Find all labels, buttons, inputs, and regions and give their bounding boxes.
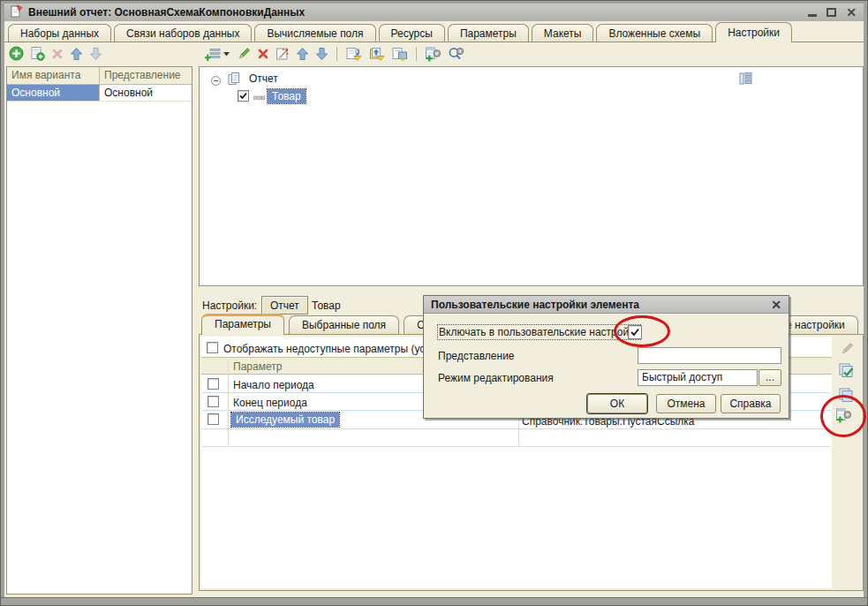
collapse-icon[interactable] (211, 76, 221, 86)
edit-mode-label: Режим редактирования (438, 372, 554, 384)
minimize-icon[interactable] (808, 14, 817, 17)
report-node-icon (227, 72, 242, 89)
tab-templates[interactable]: Макеты (532, 24, 594, 42)
column-header-parameter[interactable]: Параметр (233, 360, 282, 373)
edit-mode-input[interactable]: Быстрый доступ (638, 369, 758, 386)
settings-label: Настройки: (202, 299, 257, 312)
restore-defaults-icon[interactable] (345, 47, 362, 62)
tree-node-product[interactable]: Товар (268, 89, 306, 103)
add-item-dropdown-icon[interactable] (223, 50, 230, 57)
move-down-icon[interactable] (315, 47, 328, 61)
parameter-row-product-selected[interactable]: Исследуемый товар (231, 413, 339, 427)
tree-node-report[interactable]: Отчет (249, 72, 278, 85)
wizard-icon[interactable] (275, 47, 290, 61)
delete-icon[interactable] (257, 48, 269, 60)
settings-path-product[interactable]: Товар (312, 299, 341, 312)
variants-toolbar (9, 46, 102, 61)
window-title: Внешний отчет: ОсновнаяСхемаКомпоновкиДа… (28, 6, 305, 19)
add-item-icon[interactable] (205, 47, 221, 62)
move-up-icon[interactable] (296, 47, 309, 61)
variant-name-cell[interactable]: Основной (7, 85, 100, 101)
variants-panel: Имя варианта Представление Основной Осно… (6, 66, 192, 595)
user-settings-add-icon[interactable] (425, 46, 442, 62)
tree-item-checkbox[interactable] (238, 90, 249, 102)
row-checkbox[interactable] (208, 413, 219, 425)
tab-resources[interactable]: Ресурсы (379, 24, 445, 42)
edit-mode-more-button[interactable]: ... (759, 369, 781, 386)
column-header-variant-name[interactable]: Имя варианта (7, 67, 100, 84)
add-icon[interactable] (9, 46, 24, 61)
annotation-ellipse-checkbox (614, 315, 670, 347)
structure-panel: Отчет Товар (199, 66, 864, 286)
copy-add-icon[interactable] (30, 46, 45, 61)
title-bar[interactable]: Внешний отчет: ОсновнаяСхемаКомпоновкиДа… (4, 4, 864, 21)
dialog-close-icon[interactable]: ✕ (771, 299, 781, 311)
row-separator (202, 446, 831, 447)
dialog-title: Пользовательские настройки элемента (431, 299, 639, 311)
tab-settings[interactable]: Настройки (715, 22, 792, 42)
row-checkbox[interactable] (208, 396, 219, 407)
row-separator (202, 428, 831, 429)
parameter-node-icon (253, 93, 266, 105)
app-window: Внешний отчет: ОсновнаяСхемаКомпоновкиДа… (0, 0, 868, 606)
row-checkbox[interactable] (208, 378, 219, 390)
move-up-icon[interactable] (70, 47, 83, 61)
tab-settings-selected-fields[interactable]: Выбранные поля (289, 315, 399, 335)
help-button[interactable]: Справка (721, 394, 781, 413)
settings-path-report-button[interactable]: Отчет (261, 296, 308, 314)
main-tab-bar: Наборы данных Связи наборов данных Вычис… (4, 22, 864, 42)
load-settings-icon[interactable] (368, 47, 385, 62)
user-settings-dialog: Пользовательские настройки элемента ✕ Вк… (423, 295, 789, 419)
include-in-user-settings-label: Включать в пользовательские настройки (438, 325, 640, 339)
tab-nested-schemas[interactable]: Вложенные схемы (596, 24, 713, 42)
annotation-ellipse-user-settings-button (820, 395, 866, 437)
structure-icon[interactable] (738, 72, 752, 88)
parameter-row-period-end[interactable]: Конец периода (233, 397, 307, 409)
dialog-title-bar[interactable]: Пользовательские настройки элемента ✕ (424, 296, 789, 314)
save-settings-icon[interactable] (391, 47, 408, 62)
presentation-input[interactable] (638, 347, 781, 364)
tab-calculated-fields[interactable]: Вычисляемые поля (254, 24, 375, 42)
parameter-row-period-start[interactable]: Начало периода (233, 379, 314, 391)
tab-settings-parameters[interactable]: Параметры (201, 314, 284, 335)
delete-icon[interactable] (51, 48, 64, 60)
table-row[interactable]: Основной Основной (7, 85, 192, 102)
cancel-button[interactable]: Отмена (656, 394, 716, 413)
select-check-icon[interactable] (837, 362, 856, 379)
toolbar-separator (336, 47, 337, 61)
variants-header: Имя варианта Представление (7, 67, 192, 85)
tab-data-set-links[interactable]: Связи наборов данных (114, 24, 252, 42)
tab-parameters[interactable]: Параметры (448, 24, 529, 42)
move-down-icon[interactable] (89, 47, 102, 61)
tab-data-sets[interactable]: Наборы данных (8, 24, 111, 42)
toolbar-separator (416, 47, 417, 61)
edit-icon[interactable] (840, 342, 854, 356)
structure-toolbar (205, 46, 464, 62)
show-unavailable-checkbox[interactable] (207, 342, 218, 353)
close-icon[interactable]: ✕ (846, 8, 857, 17)
edit-icon[interactable] (237, 47, 251, 61)
ok-button[interactable]: ОК (587, 394, 647, 413)
presentation-label: Представление (438, 350, 515, 362)
user-settings-view-icon[interactable] (448, 46, 464, 62)
show-unavailable-label[interactable]: Отображать недоступные параметры (устана… (223, 343, 453, 355)
variant-presentation-cell[interactable]: Основной (100, 85, 192, 101)
column-header-presentation[interactable]: Представление (100, 67, 192, 84)
report-icon (10, 4, 23, 20)
column-divider (228, 357, 229, 446)
maximize-icon[interactable] (826, 8, 836, 17)
window-bottom-frame (1, 597, 867, 605)
